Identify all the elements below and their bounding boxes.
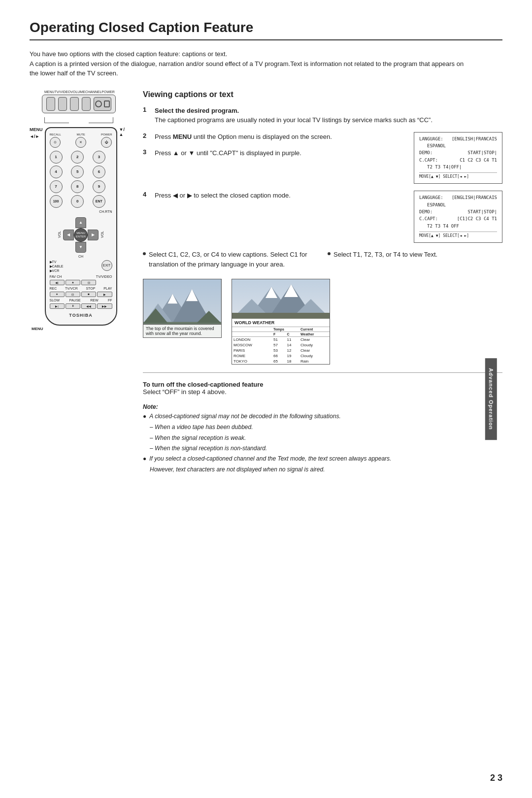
- btn-5[interactable]: 5: [71, 166, 84, 178]
- btn-play[interactable]: ▶: [97, 292, 112, 297]
- svg-rect-16: [232, 313, 330, 319]
- mute-btn[interactable]: ✕: [75, 137, 86, 148]
- city-cell: PARIS: [232, 348, 272, 353]
- btn-fav[interactable]: ◀|: [50, 280, 65, 285]
- btn-rew[interactable]: ◀◀: [81, 303, 96, 309]
- dpad-right-btn[interactable]: ▶: [88, 230, 99, 240]
- dpad-with-vol: VOL ▲ ▼ ◀ ▶ MENUENTER VOL: [58, 217, 104, 253]
- sm2-demo-val: START|STOP|: [467, 208, 497, 215]
- menu-enter-btn[interactable]: MENUENTER: [74, 228, 88, 242]
- weather-row-3: ROME 66 19 Cloudy: [232, 353, 330, 359]
- btn-8[interactable]: 8: [71, 180, 84, 193]
- note-text-4: If you select a closed-captioned channel…: [149, 454, 391, 464]
- note-label-wrapper: Note:: [143, 402, 502, 412]
- btn-tvvcr[interactable]: ⊟: [66, 292, 80, 297]
- top-bar-power[interactable]: [94, 97, 111, 111]
- btn-0[interactable]: 0: [71, 195, 84, 208]
- sm1-lang-label: LANGUAGE:: [419, 135, 443, 142]
- btn-pause[interactable]: ⏸: [66, 303, 80, 309]
- main-content: MENU TV/VIDEO VOLUME CHANNEL POWER: [30, 90, 502, 476]
- btn-tvvideo[interactable]: ⊟: [81, 280, 96, 285]
- c-cell: 11: [285, 337, 299, 343]
- btn-7[interactable]: 7: [50, 180, 63, 193]
- top-bar-btn4[interactable]: [82, 97, 91, 111]
- note-text-2: – When the signal reception is weak.: [150, 434, 246, 441]
- transport-row2: ● ⊟ ■ ▶: [50, 292, 112, 297]
- dpad-left-btn[interactable]: ◀: [63, 230, 74, 240]
- mountain-svg-right: [232, 279, 330, 319]
- recall-btn[interactable]: ⊙: [50, 137, 61, 148]
- step-2-number: 2: [143, 132, 151, 139]
- dpad-up-btn[interactable]: ▲: [75, 217, 86, 228]
- right-labels: ▼/▲: [119, 127, 128, 245]
- sm2-lang-label: LANGUAGE:: [419, 194, 443, 201]
- power-btn-remote[interactable]: ⏻: [101, 137, 112, 148]
- rew-label: REW: [90, 299, 98, 302]
- step-4-row: 4 Press ◀ or ▶ to select the closed capt…: [143, 191, 502, 243]
- btn-2[interactable]: 2: [71, 151, 84, 164]
- btn-1[interactable]: 1: [50, 151, 63, 164]
- top-bar-btn1[interactable]: [46, 97, 55, 111]
- label-menu: MENU: [30, 127, 43, 132]
- slow-labels-row: SLOW PAUSE REW FF: [50, 299, 112, 302]
- sm2-ccapt-sub: T2 T3 T4 OFF: [419, 223, 497, 230]
- top-bar-btn2[interactable]: [58, 97, 67, 111]
- bullet-dot-right: [328, 252, 331, 255]
- bullet-left: Select C1, C2, C3, or C4 to view caption…: [143, 250, 318, 271]
- caption-text: The top of the mountain is covered with …: [143, 324, 221, 337]
- c-cell: 12: [285, 348, 299, 353]
- page-number: 2 3: [490, 773, 502, 783]
- note-label: Note:: [143, 403, 158, 410]
- btn-ff[interactable]: ▶▶: [97, 303, 112, 309]
- step-2: 2 Press MENU until the Option menu is di…: [143, 132, 399, 142]
- step-1: 1 Select the desired program. The captio…: [143, 106, 502, 125]
- bullet-dot-left: [143, 252, 146, 255]
- remote-annotations: MENU: [30, 327, 128, 331]
- btn-3[interactable]: 3: [93, 151, 105, 164]
- btn-6[interactable]: 6: [93, 166, 105, 178]
- chrtn-label: CH.RTN: [99, 210, 112, 213]
- city-cell: LONDON: [232, 337, 272, 343]
- btn-100[interactable]: 100: [50, 195, 63, 208]
- sm1-lang-row: LANGUAGE: [ENGLISH|FRANCAIS: [419, 135, 497, 142]
- city-cell: MOSCOW: [232, 342, 272, 348]
- sm1-ccapt-row: C.CAPT: C1 C2 C3 C4 T1: [419, 157, 497, 164]
- btn-rec[interactable]: ●: [50, 292, 65, 297]
- rec-label: REC: [50, 287, 57, 290]
- dpad-down-btn[interactable]: ▼: [75, 242, 86, 253]
- intro-block: You have two options with the closed cap…: [30, 49, 473, 78]
- bullet-right: Select T1, T2, T3, or T4 to view Text.: [328, 250, 502, 271]
- btn-slow[interactable]: ▶|: [50, 303, 65, 309]
- btn-4[interactable]: 4: [50, 166, 63, 178]
- weather-cell: Cloudy: [299, 353, 330, 359]
- f-cell: 66: [272, 353, 286, 359]
- bracket-left: [44, 117, 69, 123]
- ch-labels: CH: [50, 255, 112, 258]
- step-1-main: Select the desired program.: [155, 107, 239, 114]
- btn-ent[interactable]: ENT: [93, 195, 105, 208]
- city-cell: TOKYO: [232, 359, 272, 364]
- chrtn-label-row: CH.RTN: [50, 210, 112, 213]
- weather-cell: Clear: [299, 337, 330, 343]
- remote-brand: TOSHIBA: [50, 313, 112, 318]
- top-label-tvvideo: TV/VIDEO: [55, 90, 71, 94]
- sm1-ccapt-val: C1 C2 C3 C4 T1: [460, 157, 497, 164]
- sm1-demo-val: START|STOP|: [467, 149, 497, 156]
- subh-empty: [232, 332, 272, 337]
- note-item-5: However, text characters are not display…: [143, 465, 502, 474]
- btn-9[interactable]: 9: [93, 180, 105, 193]
- btn-up[interactable]: ▲: [66, 280, 80, 285]
- step-2-bold: MENU: [173, 133, 192, 140]
- exit-btn[interactable]: EXIT: [101, 260, 112, 271]
- note-text-3: – When the signal reception is non-stand…: [150, 445, 267, 452]
- vcr-label: ▶VCR: [50, 269, 64, 273]
- section-heading: Viewing captions or text: [143, 90, 502, 99]
- number-grid: 1 2 3 4 5 6 7 8 9 100 0 ENT: [50, 151, 112, 208]
- sm2-ccapt-val: [C1]C2 C3 C4 T1: [457, 215, 497, 222]
- power-rect: [104, 100, 110, 107]
- col-city: [232, 327, 272, 332]
- note-item-1: – When a video tape has been dubbed.: [143, 423, 502, 432]
- step-3: 3 Press ▲ or ▼ until "C.CAPT" is display…: [143, 148, 399, 158]
- btn-stop[interactable]: ■: [81, 292, 96, 297]
- top-bar-btn3[interactable]: [70, 97, 79, 111]
